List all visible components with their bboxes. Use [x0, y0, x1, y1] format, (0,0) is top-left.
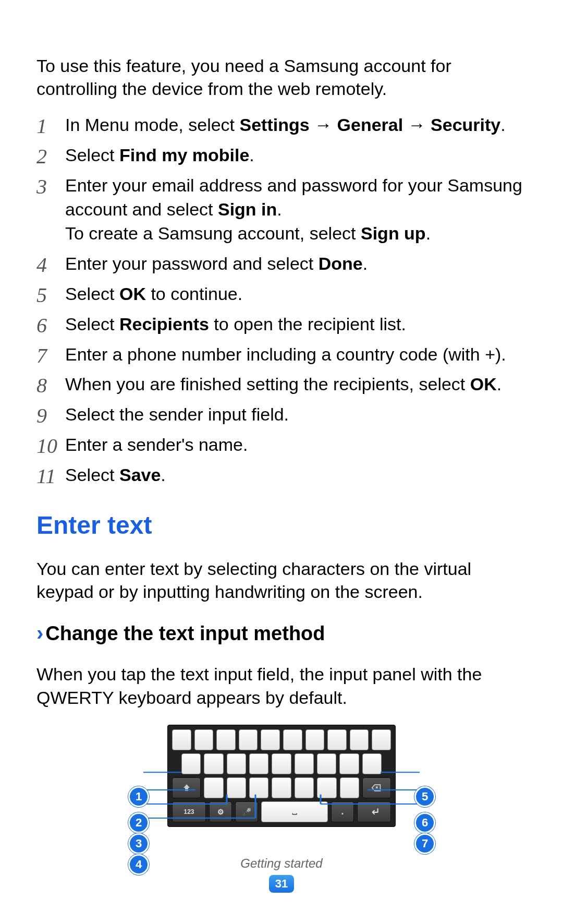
- step-text: In Menu mode, select Settings → General …: [65, 115, 506, 135]
- callout-badge: 7: [414, 833, 435, 854]
- mic-key-icon: 🎤: [235, 801, 258, 822]
- step-item: 3 Enter your email address and password …: [36, 174, 527, 246]
- key-blank: [239, 729, 258, 750]
- key-blank: [216, 729, 236, 750]
- callout-badge: 5: [414, 786, 435, 807]
- key-blank: [249, 777, 268, 798]
- step-item: 1 In Menu mode, select Settings → Genera…: [36, 113, 527, 137]
- key-blank: [327, 729, 347, 750]
- step-text: When you are finished setting the recipi…: [65, 374, 501, 394]
- step-number: 5: [36, 281, 60, 309]
- step-item: 4 Enter your password and select Done.: [36, 252, 527, 276]
- step-item: 10 Enter a sender's name.: [36, 433, 527, 457]
- key-blank: [295, 753, 314, 774]
- backspace-key-icon: [362, 777, 391, 798]
- step-number: 11: [36, 462, 60, 490]
- step-item: 9 Select the sender input field.: [36, 403, 527, 427]
- key-blank: [339, 753, 359, 774]
- key-blank: [204, 777, 223, 798]
- step-number: 8: [36, 371, 60, 400]
- key-blank: [283, 729, 302, 750]
- callout-badge: 3: [128, 833, 149, 854]
- steps-list: 1 In Menu mode, select Settings → Genera…: [36, 113, 527, 487]
- subsection-body: When you tap the text input field, the i…: [36, 663, 527, 709]
- enter-key-icon: [357, 801, 391, 822]
- key-blank: [272, 753, 291, 774]
- key-blank: [227, 777, 246, 798]
- space-key: ⎵: [261, 801, 328, 822]
- step-text: Select Recipients to open the recipient …: [65, 314, 406, 334]
- key-blank: [317, 777, 336, 798]
- key-blank: [305, 729, 325, 750]
- step-number: 6: [36, 311, 60, 340]
- key-blank: [261, 729, 280, 750]
- step-text: Select the sender input field.: [65, 404, 289, 424]
- step-text: Enter a phone number including a country…: [65, 344, 506, 364]
- step-text: Enter a sender's name.: [65, 435, 248, 454]
- key-blank: [227, 753, 246, 774]
- step-number: 4: [36, 251, 60, 279]
- section-body: You can enter text by selecting characte…: [36, 557, 527, 603]
- key-blank: [204, 753, 223, 774]
- key-blank: [372, 729, 391, 750]
- shift-key-icon: [172, 777, 201, 798]
- chevron-icon: ›: [36, 621, 43, 644]
- footer-section-name: Getting started: [0, 856, 563, 871]
- step-number: 10: [36, 432, 60, 460]
- section-heading: Enter text: [36, 511, 527, 539]
- step-item: 2 Select Find my mobile.: [36, 143, 527, 167]
- key-blank: [172, 729, 191, 750]
- numeric-key: 123: [172, 801, 206, 822]
- step-text: Enter your email address and password fo…: [65, 175, 522, 243]
- callout-badge: 2: [128, 812, 149, 833]
- key-blank: [194, 729, 214, 750]
- key-blank: [295, 777, 314, 798]
- step-number: 1: [36, 112, 60, 140]
- key-blank: [272, 777, 291, 798]
- step-item: 7 Enter a phone number including a count…: [36, 343, 527, 367]
- step-item: 5 Select OK to continue.: [36, 282, 527, 306]
- period-key: .: [331, 801, 354, 822]
- step-number: 7: [36, 342, 60, 370]
- subsection-heading: ›Change the text input method: [36, 621, 527, 645]
- step-number: 3: [36, 173, 60, 201]
- key-blank: [340, 777, 359, 798]
- key-blank: [317, 753, 336, 774]
- step-text: Select Find my mobile.: [65, 145, 254, 165]
- step-text: Select OK to continue.: [65, 284, 242, 304]
- settings-key-icon: ⚙: [209, 801, 232, 822]
- step-text: Select Save.: [65, 465, 166, 485]
- step-number: 9: [36, 402, 60, 430]
- step-number: 2: [36, 142, 60, 171]
- page-footer: Getting started 31: [0, 856, 563, 893]
- key-blank: [362, 753, 382, 774]
- step-item: 8 When you are finished setting the reci…: [36, 373, 527, 397]
- key-blank: [350, 729, 369, 750]
- callout-badge: 1: [128, 786, 149, 807]
- page-number: 31: [269, 875, 294, 893]
- step-item: 11 Select Save.: [36, 463, 527, 487]
- callout-badge: 6: [414, 812, 435, 833]
- step-item: 6 Select Recipients to open the recipien…: [36, 313, 527, 337]
- keyboard-image: 123 ⚙ 🎤 ⎵ .: [167, 725, 396, 827]
- key-blank: [181, 753, 201, 774]
- keyboard-figure: 123 ⚙ 🎤 ⎵ . 1 2 3 4 5 6 7: [115, 725, 448, 827]
- step-text: Enter your password and select Done.: [65, 254, 368, 273]
- key-blank: [249, 753, 268, 774]
- intro-text: To use this feature, you need a Samsung …: [36, 54, 527, 100]
